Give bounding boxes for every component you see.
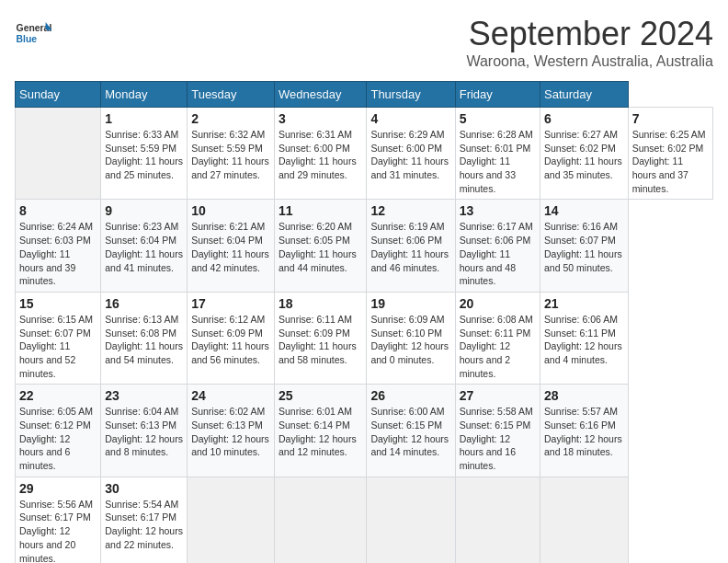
- day-number: 9: [105, 203, 183, 218]
- day-number: 27: [460, 388, 536, 403]
- day-info: Sunrise: 5:57 AMSunset: 6:16 PMDaylight:…: [544, 405, 624, 459]
- day-cell-11: 11Sunrise: 6:20 AMSunset: 6:05 PMDayligh…: [275, 200, 367, 292]
- week-row-0: 1Sunrise: 6:33 AMSunset: 5:59 PMDaylight…: [16, 108, 713, 200]
- calendar-body: 1Sunrise: 6:33 AMSunset: 5:59 PMDaylight…: [16, 108, 713, 564]
- day-info: Sunrise: 6:17 AMSunset: 6:06 PMDaylight:…: [460, 220, 536, 287]
- day-cell-3: 3Sunrise: 6:31 AMSunset: 6:00 PMDaylight…: [275, 108, 367, 200]
- empty-cell: [455, 477, 540, 563]
- day-number: 24: [191, 388, 270, 403]
- day-cell-17: 17Sunrise: 6:12 AMSunset: 6:09 PMDayligh…: [188, 292, 275, 384]
- day-cell-28: 28Sunrise: 5:57 AMSunset: 6:16 PMDayligh…: [540, 385, 629, 477]
- day-number: 29: [19, 481, 97, 496]
- day-cell-4: 4Sunrise: 6:29 AMSunset: 6:00 PMDaylight…: [367, 108, 455, 200]
- day-number: 3: [279, 111, 362, 126]
- day-cell-25: 25Sunrise: 6:01 AMSunset: 6:14 PMDayligh…: [275, 385, 367, 477]
- title-block: September 2024 Waroona, Western Australi…: [466, 15, 713, 70]
- day-info: Sunrise: 6:33 AMSunset: 5:59 PMDaylight:…: [105, 128, 183, 182]
- calendar-table: Sunday Monday Tuesday Wednesday Thursday…: [15, 81, 713, 563]
- day-cell-27: 27Sunrise: 5:58 AMSunset: 6:15 PMDayligh…: [455, 385, 540, 477]
- day-info: Sunrise: 5:56 AMSunset: 6:17 PMDaylight:…: [19, 498, 97, 563]
- col-monday: Monday: [101, 82, 188, 108]
- col-friday: Friday: [455, 82, 540, 108]
- day-cell-16: 16Sunrise: 6:13 AMSunset: 6:08 PMDayligh…: [101, 292, 188, 384]
- day-number: 30: [105, 481, 183, 496]
- day-info: Sunrise: 5:54 AMSunset: 6:17 PMDaylight:…: [105, 498, 183, 552]
- day-info: Sunrise: 5:58 AMSunset: 6:15 PMDaylight:…: [460, 405, 536, 472]
- day-info: Sunrise: 6:25 AMSunset: 6:02 PMDaylight:…: [632, 128, 709, 195]
- day-number: 23: [105, 388, 183, 403]
- col-saturday: Saturday: [540, 82, 629, 108]
- day-number: 20: [460, 296, 536, 311]
- day-info: Sunrise: 6:11 AMSunset: 6:09 PMDaylight:…: [279, 313, 362, 367]
- day-number: 1: [105, 111, 183, 126]
- day-info: Sunrise: 6:01 AMSunset: 6:14 PMDaylight:…: [279, 405, 362, 459]
- week-row-4: 29Sunrise: 5:56 AMSunset: 6:17 PMDayligh…: [16, 477, 713, 563]
- week-row-1: 8Sunrise: 6:24 AMSunset: 6:03 PMDaylight…: [16, 200, 713, 292]
- empty-cell: [540, 477, 629, 563]
- empty-cell: [16, 108, 101, 200]
- day-cell-26: 26Sunrise: 6:00 AMSunset: 6:15 PMDayligh…: [367, 385, 455, 477]
- day-number: 19: [370, 296, 450, 311]
- day-info: Sunrise: 6:13 AMSunset: 6:08 PMDaylight:…: [105, 313, 183, 367]
- day-cell-13: 13Sunrise: 6:17 AMSunset: 6:06 PMDayligh…: [455, 200, 540, 292]
- day-info: Sunrise: 6:00 AMSunset: 6:15 PMDaylight:…: [370, 405, 450, 459]
- day-number: 10: [191, 203, 270, 218]
- day-cell-2: 2Sunrise: 6:32 AMSunset: 5:59 PMDaylight…: [188, 108, 275, 200]
- day-cell-20: 20Sunrise: 6:08 AMSunset: 6:11 PMDayligh…: [455, 292, 540, 384]
- day-number: 21: [544, 296, 624, 311]
- day-number: 18: [279, 296, 362, 311]
- day-cell-9: 9Sunrise: 6:23 AMSunset: 6:04 PMDaylight…: [101, 200, 188, 292]
- col-sunday: Sunday: [16, 82, 101, 108]
- day-cell-6: 6Sunrise: 6:27 AMSunset: 6:02 PMDaylight…: [540, 108, 629, 200]
- empty-cell: [367, 477, 455, 563]
- calendar-header: Sunday Monday Tuesday Wednesday Thursday…: [16, 82, 713, 108]
- day-info: Sunrise: 6:04 AMSunset: 6:13 PMDaylight:…: [105, 405, 183, 459]
- day-cell-19: 19Sunrise: 6:09 AMSunset: 6:10 PMDayligh…: [367, 292, 455, 384]
- day-info: Sunrise: 6:16 AMSunset: 6:07 PMDaylight:…: [544, 220, 624, 274]
- day-number: 17: [191, 296, 270, 311]
- day-info: Sunrise: 6:15 AMSunset: 6:07 PMDaylight:…: [19, 313, 97, 380]
- header-row: Sunday Monday Tuesday Wednesday Thursday…: [16, 82, 713, 108]
- day-number: 13: [460, 203, 536, 218]
- logo: General Blue: [15, 15, 55, 52]
- day-number: 28: [544, 388, 624, 403]
- day-number: 12: [370, 203, 450, 218]
- col-tuesday: Tuesday: [188, 82, 275, 108]
- day-cell-5: 5Sunrise: 6:28 AMSunset: 6:01 PMDaylight…: [455, 108, 540, 200]
- day-number: 14: [544, 203, 624, 218]
- day-info: Sunrise: 6:31 AMSunset: 6:00 PMDaylight:…: [279, 128, 362, 182]
- day-info: Sunrise: 6:12 AMSunset: 6:09 PMDaylight:…: [191, 313, 270, 367]
- day-info: Sunrise: 6:27 AMSunset: 6:02 PMDaylight:…: [544, 128, 624, 182]
- logo-icon: General Blue: [15, 15, 51, 52]
- day-cell-23: 23Sunrise: 6:04 AMSunset: 6:13 PMDayligh…: [101, 385, 188, 477]
- day-cell-10: 10Sunrise: 6:21 AMSunset: 6:04 PMDayligh…: [188, 200, 275, 292]
- day-number: 25: [279, 388, 362, 403]
- day-cell-7: 7Sunrise: 6:25 AMSunset: 6:02 PMDaylight…: [628, 108, 712, 200]
- day-info: Sunrise: 6:08 AMSunset: 6:11 PMDaylight:…: [460, 313, 536, 380]
- day-number: 6: [544, 111, 624, 126]
- day-cell-18: 18Sunrise: 6:11 AMSunset: 6:09 PMDayligh…: [275, 292, 367, 384]
- day-cell-14: 14Sunrise: 6:16 AMSunset: 6:07 PMDayligh…: [540, 200, 629, 292]
- day-cell-30: 30Sunrise: 5:54 AMSunset: 6:17 PMDayligh…: [101, 477, 188, 563]
- day-cell-29: 29Sunrise: 5:56 AMSunset: 6:17 PMDayligh…: [16, 477, 101, 563]
- day-info: Sunrise: 6:24 AMSunset: 6:03 PMDaylight:…: [19, 220, 97, 287]
- week-row-2: 15Sunrise: 6:15 AMSunset: 6:07 PMDayligh…: [16, 292, 713, 384]
- day-number: 16: [105, 296, 183, 311]
- svg-text:Blue: Blue: [17, 34, 38, 44]
- day-number: 2: [191, 111, 270, 126]
- day-cell-12: 12Sunrise: 6:19 AMSunset: 6:06 PMDayligh…: [367, 200, 455, 292]
- week-row-3: 22Sunrise: 6:05 AMSunset: 6:12 PMDayligh…: [16, 385, 713, 477]
- day-number: 4: [370, 111, 450, 126]
- day-cell-24: 24Sunrise: 6:02 AMSunset: 6:13 PMDayligh…: [188, 385, 275, 477]
- day-number: 8: [19, 203, 97, 218]
- day-info: Sunrise: 6:21 AMSunset: 6:04 PMDaylight:…: [191, 220, 270, 274]
- day-number: 5: [460, 111, 536, 126]
- day-info: Sunrise: 6:19 AMSunset: 6:06 PMDaylight:…: [370, 220, 450, 274]
- day-number: 15: [19, 296, 97, 311]
- day-cell-15: 15Sunrise: 6:15 AMSunset: 6:07 PMDayligh…: [16, 292, 101, 384]
- day-info: Sunrise: 6:09 AMSunset: 6:10 PMDaylight:…: [370, 313, 450, 367]
- col-thursday: Thursday: [367, 82, 455, 108]
- day-info: Sunrise: 6:05 AMSunset: 6:12 PMDaylight:…: [19, 405, 97, 472]
- day-info: Sunrise: 6:20 AMSunset: 6:05 PMDaylight:…: [279, 220, 362, 274]
- day-info: Sunrise: 6:23 AMSunset: 6:04 PMDaylight:…: [105, 220, 183, 274]
